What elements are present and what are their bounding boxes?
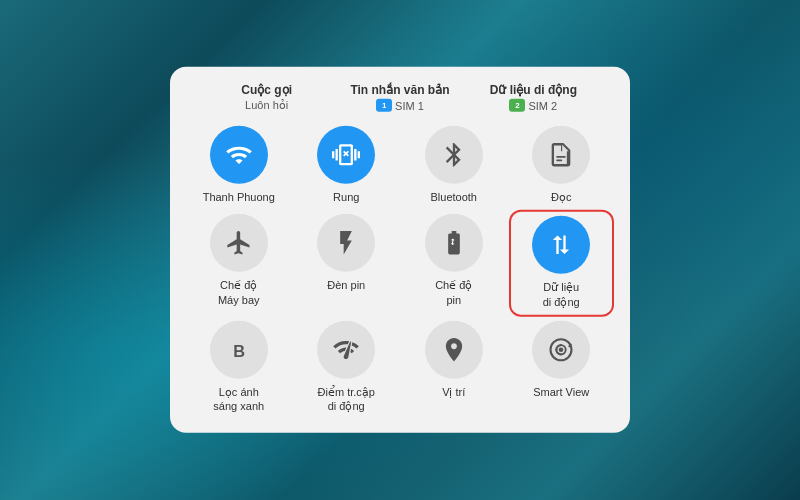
bluetooth-icon — [440, 141, 468, 169]
svg-point-6 — [559, 347, 564, 352]
vibrate-item[interactable]: Rung — [298, 126, 396, 204]
calls-title: Cuộc gọi — [241, 83, 292, 97]
mobile-data-item[interactable]: Dữ liệudi động — [509, 210, 615, 317]
svg-rect-3 — [557, 159, 563, 161]
location-icon — [440, 336, 468, 364]
hotspot-icon-circle — [317, 321, 375, 379]
hotspot-item[interactable]: Điểm tr.cậpdi động — [298, 321, 396, 414]
quick-settings-grid: Thanh Phuong Rung Bluetooth — [190, 126, 610, 413]
calls-sub: Luôn hỏi — [245, 99, 288, 112]
flashlight-icon-circle — [317, 214, 375, 272]
sms-header: Tin nhắn văn bản 1 SIM 1 — [350, 83, 450, 112]
smartview-label: Smart View — [533, 385, 589, 399]
header-row: Cuộc gọi Luôn hỏi Tin nhắn văn bản 1 SIM… — [190, 83, 610, 112]
doc-icon-circle — [532, 126, 590, 184]
airplane-item[interactable]: Chế độMáy bay — [190, 214, 288, 311]
hotspot-icon — [332, 336, 360, 364]
sms-sub: 1 SIM 1 — [376, 99, 424, 112]
location-item[interactable]: Vị trí — [405, 321, 503, 414]
smartview-icon-circle — [532, 321, 590, 379]
flashlight-icon — [332, 229, 360, 257]
flashlight-item[interactable]: Đèn pin — [298, 214, 396, 311]
bluetooth-item[interactable]: Bluetooth — [405, 126, 503, 204]
blue-light-icon-circle: B — [210, 321, 268, 379]
battery-icon-circle — [425, 214, 483, 272]
smartview-icon — [547, 336, 575, 364]
sim2-badge: 2 — [509, 99, 525, 112]
vibrate-icon-circle — [317, 126, 375, 184]
airplane-icon — [225, 229, 253, 257]
wifi-icon — [225, 141, 253, 169]
location-icon-circle — [425, 321, 483, 379]
flashlight-label: Đèn pin — [327, 278, 365, 292]
blue-light-icon: B — [225, 336, 253, 364]
svg-text:B: B — [233, 342, 245, 360]
airplane-label: Chế độMáy bay — [218, 278, 260, 307]
blue-light-item[interactable]: B Lọc ánhsáng xanh — [190, 321, 288, 414]
doc-item[interactable]: Đọc — [513, 126, 611, 204]
hotspot-label: Điểm tr.cậpdi động — [318, 385, 375, 414]
blue-light-label: Lọc ánhsáng xanh — [213, 385, 264, 414]
data-header: Dữ liệu di động 2 SIM 2 — [483, 83, 583, 112]
wifi-label: Thanh Phuong — [203, 190, 275, 204]
quick-settings-panel: Cuộc gọi Luôn hỏi Tin nhắn văn bản 1 SIM… — [170, 67, 630, 433]
sms-title: Tin nhắn văn bản — [350, 83, 449, 97]
doc-label: Đọc — [551, 190, 571, 204]
bluetooth-icon-circle — [425, 126, 483, 184]
wifi-icon-circle — [210, 126, 268, 184]
smartview-item[interactable]: Smart View — [513, 321, 611, 414]
airplane-icon-circle — [210, 214, 268, 272]
battery-saver-label: Chế độpin — [435, 278, 472, 307]
battery-saver-item[interactable]: Chế độpin — [405, 214, 503, 311]
calls-header: Cuộc gọi Luôn hỏi — [217, 83, 317, 112]
data-title: Dữ liệu di động — [490, 83, 577, 97]
location-label: Vị trí — [442, 385, 465, 399]
doc-icon — [547, 141, 575, 169]
battery-icon — [440, 229, 468, 257]
svg-rect-2 — [557, 156, 566, 158]
bluetooth-label: Bluetooth — [431, 190, 477, 204]
data-sub: 2 SIM 2 — [509, 99, 557, 112]
mobile-data-icon-circle — [532, 216, 590, 274]
mobile-data-icon — [547, 231, 575, 259]
vibrate-label: Rung — [333, 190, 359, 204]
sim1-badge: 1 — [376, 99, 392, 112]
vibrate-icon — [332, 141, 360, 169]
mobile-data-label: Dữ liệudi động — [543, 280, 580, 309]
wifi-item[interactable]: Thanh Phuong — [190, 126, 288, 204]
